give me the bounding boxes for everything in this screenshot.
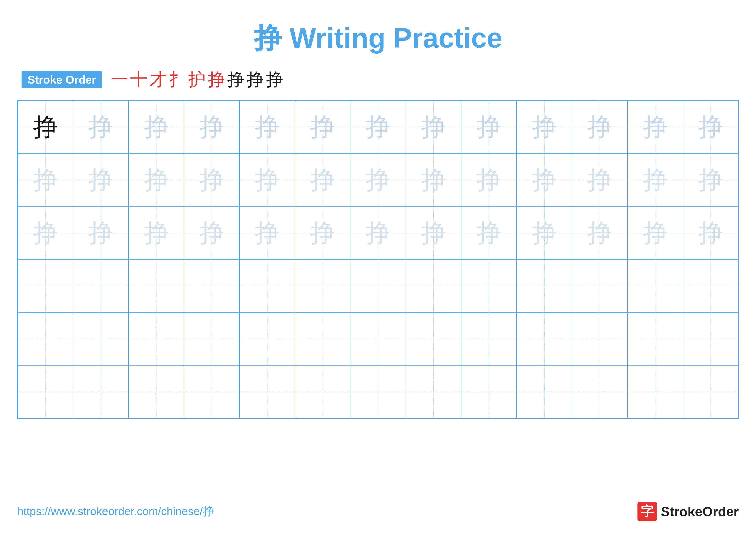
stroke-order-badge: Stroke Order: [21, 71, 102, 88]
grid-cell[interactable]: 挣: [184, 100, 239, 153]
cell-char: 挣: [476, 375, 501, 409]
grid-cell[interactable]: 挣: [406, 153, 461, 206]
grid-cell[interactable]: 挣: [295, 259, 350, 312]
grid-cell[interactable]: 挣: [628, 312, 683, 365]
grid-cell[interactable]: 挣: [628, 365, 683, 418]
grid-cell[interactable]: 挣: [683, 312, 738, 365]
grid-cell[interactable]: 挣: [628, 100, 683, 153]
grid-cell[interactable]: 挣: [628, 259, 683, 312]
cell-char: 挣: [587, 163, 612, 197]
grid-cell[interactable]: 挣: [406, 259, 461, 312]
grid-cell[interactable]: 挣: [572, 100, 627, 153]
grid-cell[interactable]: 挣: [295, 153, 350, 206]
grid-cell[interactable]: 挣: [239, 100, 295, 153]
grid-cell[interactable]: 挣: [18, 206, 73, 259]
grid-cell[interactable]: 挣: [128, 312, 184, 365]
grid-cell[interactable]: 挣: [128, 153, 184, 206]
grid-cell[interactable]: 挣: [517, 153, 572, 206]
cell-char: 挣: [88, 322, 113, 356]
grid-cell[interactable]: 挣: [517, 206, 572, 259]
grid-cell[interactable]: 挣: [239, 312, 295, 365]
grid-cell[interactable]: 挣: [350, 365, 406, 418]
grid-cell[interactable]: 挣: [239, 153, 295, 206]
grid-cell[interactable]: 挣: [406, 312, 461, 365]
grid-cell[interactable]: 挣: [184, 259, 239, 312]
grid-cell[interactable]: 挣: [572, 365, 627, 418]
grid-cell[interactable]: 挣: [461, 206, 517, 259]
cell-char: 挣: [255, 322, 280, 356]
grid-cell[interactable]: 挣: [295, 100, 350, 153]
grid-cell[interactable]: 挣: [628, 153, 683, 206]
grid-cell[interactable]: 挣: [184, 206, 239, 259]
cell-char: 挣: [144, 322, 169, 356]
grid-cell[interactable]: 挣: [517, 365, 572, 418]
grid-cell[interactable]: 挣: [683, 206, 738, 259]
grid-cell[interactable]: 挣: [350, 206, 406, 259]
grid-cell[interactable]: 挣: [350, 153, 406, 206]
cell-char: 挣: [88, 163, 113, 197]
cell-char: 挣: [476, 163, 501, 197]
grid-cell[interactable]: 挣: [239, 206, 295, 259]
grid-cell[interactable]: 挣: [128, 365, 184, 418]
grid-cell[interactable]: 挣: [461, 100, 517, 153]
cell-char: 挣: [88, 110, 113, 144]
cell-char: 挣: [643, 322, 668, 356]
grid-cell[interactable]: 挣: [572, 153, 627, 206]
grid-cell[interactable]: 挣: [18, 365, 73, 418]
grid-cell[interactable]: 挣: [18, 100, 73, 153]
cell-char: 挣: [310, 163, 335, 197]
grid-cell[interactable]: 挣: [350, 312, 406, 365]
grid-cell[interactable]: 挣: [295, 206, 350, 259]
grid-cell[interactable]: 挣: [683, 365, 738, 418]
grid-cell[interactable]: 挣: [295, 312, 350, 365]
page-title: 挣 Writing Practice: [254, 22, 502, 54]
grid-cell[interactable]: 挣: [517, 259, 572, 312]
grid-cell[interactable]: 挣: [350, 259, 406, 312]
grid-cell[interactable]: 挣: [461, 259, 517, 312]
grid-cell[interactable]: 挣: [184, 312, 239, 365]
grid-cell[interactable]: 挣: [461, 365, 517, 418]
grid-cell[interactable]: 挣: [73, 312, 128, 365]
cell-char: 挣: [643, 269, 668, 303]
cell-char: 挣: [88, 269, 113, 303]
grid-cell[interactable]: 挣: [406, 365, 461, 418]
grid-cell[interactable]: 挣: [295, 365, 350, 418]
grid-cell[interactable]: 挣: [73, 259, 128, 312]
grid-cell[interactable]: 挣: [628, 206, 683, 259]
grid-cell[interactable]: 挣: [683, 153, 738, 206]
cell-char: 挣: [88, 216, 113, 250]
grid-cell[interactable]: 挣: [517, 100, 572, 153]
grid-cell[interactable]: 挣: [128, 100, 184, 153]
grid-cell[interactable]: 挣: [572, 259, 627, 312]
grid-cell[interactable]: 挣: [184, 365, 239, 418]
grid-cell[interactable]: 挣: [128, 206, 184, 259]
grid-cell[interactable]: 挣: [73, 153, 128, 206]
stroke-9: 挣: [266, 68, 283, 91]
cell-char: 挣: [310, 322, 335, 356]
grid-cell[interactable]: 挣: [184, 153, 239, 206]
cell-char: 挣: [33, 163, 58, 197]
grid-cell[interactable]: 挣: [572, 206, 627, 259]
cell-char: 挣: [255, 269, 280, 303]
grid-cell[interactable]: 挣: [18, 312, 73, 365]
grid-cell[interactable]: 挣: [73, 100, 128, 153]
cell-char: 挣: [365, 269, 390, 303]
grid-cell[interactable]: 挣: [572, 312, 627, 365]
grid-cell[interactable]: 挣: [461, 153, 517, 206]
grid-cell[interactable]: 挣: [239, 365, 295, 418]
grid-cell[interactable]: 挣: [18, 153, 73, 206]
grid-cell[interactable]: 挣: [128, 259, 184, 312]
grid-cell[interactable]: 挣: [406, 100, 461, 153]
grid-cell[interactable]: 挣: [350, 100, 406, 153]
cell-char: 挣: [643, 163, 668, 197]
grid-cell[interactable]: 挣: [461, 312, 517, 365]
grid-cell[interactable]: 挣: [683, 100, 738, 153]
grid-cell[interactable]: 挣: [73, 365, 128, 418]
grid-cell[interactable]: 挣: [683, 259, 738, 312]
grid-cell[interactable]: 挣: [18, 259, 73, 312]
grid-cell[interactable]: 挣: [517, 312, 572, 365]
cell-char: 挣: [255, 110, 280, 144]
grid-cell[interactable]: 挣: [239, 259, 295, 312]
grid-cell[interactable]: 挣: [406, 206, 461, 259]
grid-cell[interactable]: 挣: [73, 206, 128, 259]
